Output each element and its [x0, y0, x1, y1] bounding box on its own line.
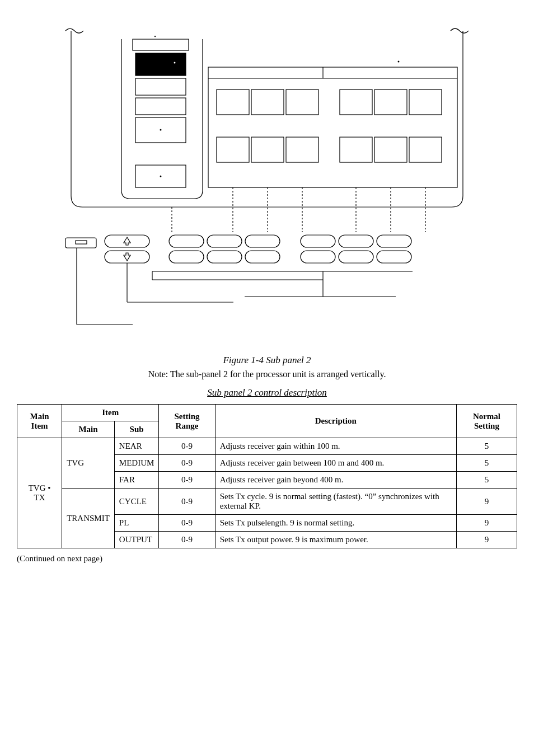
svg-rect-41 [339, 235, 373, 247]
cell-normal: 9 [456, 532, 517, 548]
cell-range: 0-9 [159, 532, 215, 548]
svg-rect-2 [135, 53, 186, 76]
cell-sub: NEAR [114, 438, 159, 455]
svg-rect-14 [217, 90, 249, 115]
cell-desc: Adjusts receiver gain beyond 400 m. [215, 472, 456, 489]
svg-point-3 [174, 62, 176, 64]
svg-rect-42 [377, 235, 411, 247]
cell-desc: Sets Tx output power. 9 is maximum power… [215, 532, 456, 548]
cell-sub: OUTPUT [114, 532, 159, 548]
cell-main: TVG [62, 438, 115, 489]
svg-rect-5 [135, 98, 186, 115]
svg-rect-11 [208, 67, 457, 187]
th-normal-setting: Normal Setting [456, 405, 517, 438]
svg-rect-34 [76, 241, 87, 244]
svg-point-10 [398, 61, 400, 63]
cell-range: 0-9 [159, 515, 215, 532]
table-title: Sub panel 2 control description [17, 387, 517, 398]
cell-desc: Sets Tx cycle. 9 is normal setting (fast… [215, 489, 456, 515]
th-sub: Sub [114, 421, 159, 438]
svg-rect-38 [207, 235, 242, 247]
cell-range: 0-9 [159, 472, 215, 489]
figure-caption: Figure 1-4 Sub panel 2 [17, 355, 517, 366]
cell-desc: Adjusts receiver gain within 100 m. [215, 438, 456, 455]
svg-point-9 [160, 176, 162, 177]
svg-rect-21 [374, 90, 407, 115]
svg-rect-46 [301, 251, 335, 263]
svg-rect-37 [169, 235, 204, 247]
svg-rect-19 [286, 137, 318, 162]
cell-sub: FAR [114, 472, 159, 489]
svg-rect-43 [169, 251, 204, 263]
cell-range: 0-9 [159, 455, 215, 472]
svg-point-1 [154, 36, 156, 37]
th-item: Item [62, 405, 159, 421]
figure-note: Note: The sub-panel 2 for the processor … [17, 369, 517, 379]
svg-rect-40 [301, 235, 335, 247]
cell-main-item: TVG • TX [17, 438, 62, 548]
cell-normal: 9 [456, 489, 517, 515]
cell-range: 0-9 [159, 489, 215, 515]
svg-rect-44 [207, 251, 242, 263]
control-description-table: Main Item Item Setting Range Description… [17, 404, 517, 548]
svg-rect-17 [217, 137, 249, 162]
cell-normal: 5 [456, 438, 517, 455]
cell-sub: CYCLE [114, 489, 159, 515]
cell-normal: 9 [456, 515, 517, 532]
cell-sub: MEDIUM [114, 455, 159, 472]
svg-rect-0 [133, 39, 189, 50]
svg-rect-20 [340, 90, 372, 115]
cell-sub: PL [114, 515, 159, 532]
svg-rect-15 [251, 90, 284, 115]
table-row: TRANSMIT CYCLE 0-9 Sets Tx cycle. 9 is n… [17, 489, 517, 515]
svg-point-7 [160, 129, 162, 131]
svg-rect-48 [377, 251, 411, 263]
cell-desc: Adjusts receiver gain between 100 m and … [215, 455, 456, 472]
th-setting-range: Setting Range [159, 405, 215, 438]
th-main-item: Main Item [17, 405, 62, 438]
diagram-svg [49, 22, 485, 336]
svg-rect-4 [135, 78, 186, 95]
svg-rect-18 [251, 137, 284, 162]
svg-rect-45 [245, 251, 280, 263]
table-row: TVG • TX TVG NEAR 0-9 Adjusts receiver g… [17, 438, 517, 455]
svg-rect-25 [409, 137, 442, 162]
cell-desc: Sets Tx pulselength. 9 is normal setting… [215, 515, 456, 532]
sub-panel-diagram [49, 22, 485, 338]
svg-rect-23 [340, 137, 372, 162]
svg-rect-24 [374, 137, 407, 162]
cell-main: TRANSMIT [62, 489, 115, 548]
cell-range: 0-9 [159, 438, 215, 455]
cell-normal: 5 [456, 455, 517, 472]
cell-normal: 5 [456, 472, 517, 489]
svg-rect-33 [65, 238, 96, 248]
th-description: Description [215, 405, 456, 438]
svg-rect-47 [339, 251, 373, 263]
svg-rect-22 [409, 90, 442, 115]
svg-rect-39 [245, 235, 280, 247]
continued-note: (Continued on next page) [17, 554, 517, 564]
th-main: Main [62, 421, 115, 438]
svg-rect-16 [286, 90, 318, 115]
